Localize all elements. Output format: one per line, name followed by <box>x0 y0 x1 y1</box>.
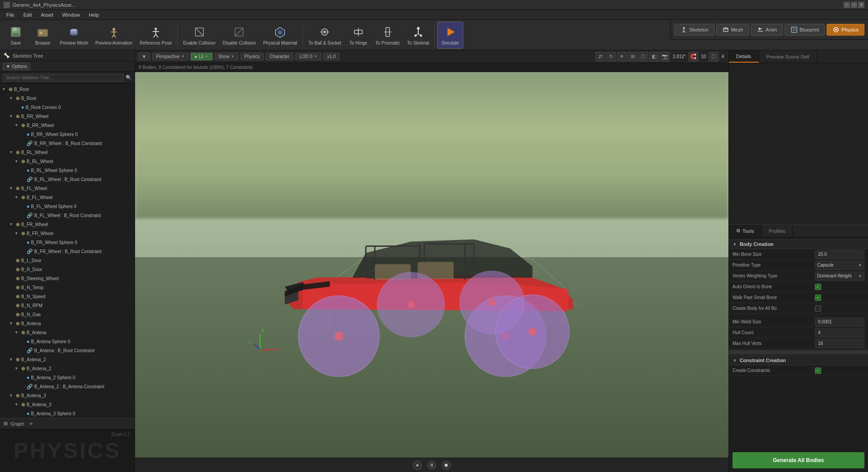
search-input[interactable] <box>3 74 124 82</box>
preview-mesh-button[interactable]: Preview Mesh <box>57 22 91 49</box>
reference-pose-button[interactable]: Reference Pose <box>136 22 175 49</box>
tree-item-b-fl-wheel-child[interactable]: ▼ ⊕ B_FL_Wheel <box>0 193 135 202</box>
tree-item-b-antena-constraint[interactable]: 🔗 B_Antena : B_Root Constraint <box>0 346 135 355</box>
scale-button[interactable]: x1.0 <box>323 53 340 60</box>
tree-item-b-antena-sphere[interactable]: ● B_Antena Sphere 0 <box>0 337 135 346</box>
min-bone-size-input[interactable] <box>815 250 864 259</box>
play-button[interactable]: ● <box>413 461 422 470</box>
to-ball-socket-button[interactable]: To Ball & Socket <box>305 22 344 49</box>
max-hull-verts-input[interactable] <box>815 339 864 348</box>
tree-item-b-antena-3-child[interactable]: ▼ ⊕ B_Antena_3 <box>0 400 135 409</box>
primitive-type-dropdown[interactable]: Capsule ▼ <box>815 261 864 270</box>
details-tab[interactable]: Details <box>729 50 759 63</box>
options-button[interactable]: ▼ Options <box>3 63 30 70</box>
constraint-creation-header[interactable]: ▼ Constraint Creation <box>729 355 868 365</box>
viewport-dropdown-button[interactable]: ▼ <box>138 53 150 60</box>
tree-item-b-fl-wheel[interactable]: ▼ ⊕ B_FL_Wheel <box>0 184 135 193</box>
mesh-tab-button[interactable]: Mesh <box>716 24 749 36</box>
physics-overlay-button[interactable]: Physics <box>240 53 264 60</box>
save-button[interactable]: Save <box>3 22 29 49</box>
tree-item-b-rr-constraint[interactable]: 🔗 B_RR_Wheel : B_Root Constraint <box>0 139 135 148</box>
tree-item-b-n-speed[interactable]: ⊕ B_N_Speed <box>0 292 135 301</box>
stop-button[interactable]: ⏹ <box>442 461 451 470</box>
tree-item-b-root[interactable]: ▼ ⊕ B_Root <box>0 85 135 94</box>
tree-item-b-antena-2-constraint[interactable]: 🔗 B_Antena_2 : B_Antena Constraint <box>0 382 135 391</box>
screenshot-icon-btn[interactable]: ⬡ <box>709 52 719 62</box>
tree-item-b-n-temp[interactable]: ⊕ B_N_Temp <box>0 283 135 292</box>
camera-speed-icon-btn[interactable]: ⇄ <box>595 52 605 62</box>
tree-item-b-n-rpm[interactable]: ⊕ B_N_RPM <box>0 301 135 310</box>
tree-item-b-n-gas[interactable]: ⊕ B_N_Gas <box>0 310 135 319</box>
tree-item-b-fl-sphere[interactable]: ● B_FL_Wheel Sphere 0 <box>0 202 135 211</box>
tree-item-b-rr-wheel[interactable]: ▼ ⊕ B_RR_Wheel <box>0 112 135 121</box>
tree-item-b-rl-wheel[interactable]: ▼ ⊕ B_RL_Wheel <box>0 148 135 157</box>
view-type-icon-btn[interactable]: ◧ <box>649 52 659 62</box>
menu-asset[interactable]: Asset <box>36 11 58 18</box>
anim-tab-button[interactable]: Anim <box>751 24 783 36</box>
tree-item-b-steering[interactable]: ⊕ B_Steering_Wheel <box>0 274 135 283</box>
tree-item-b-antena-3-sphere[interactable]: ● B_Antena_3 Sphere 0 <box>0 409 135 418</box>
character-overlay-button[interactable]: Character <box>266 53 294 60</box>
maximize-button[interactable]: □ <box>851 2 857 8</box>
tree-item-b-antena-child[interactable]: ▼ ⊕ B_Antena <box>0 328 135 337</box>
tree-item-b-antena-3[interactable]: ▼ ⊕ B_Antena_3 <box>0 391 135 400</box>
min-weld-size-input[interactable] <box>815 318 864 327</box>
preview-animation-button[interactable]: Preview Animation <box>92 22 136 49</box>
show-button[interactable]: Show ▼ <box>214 53 239 60</box>
enable-collision-button[interactable]: Enable Collision <box>180 22 219 49</box>
wireframe-icon-btn[interactable]: ⬡ <box>638 52 648 62</box>
auto-orient-checkbox[interactable] <box>815 284 821 290</box>
pause-button[interactable]: ⏸ <box>427 461 436 470</box>
tree-item-b-fr-wheel[interactable]: ▼ ⊕ B_FR_Wheel <box>0 220 135 229</box>
tree-item-b-root-child[interactable]: ▼ ⊕ B_Root <box>0 94 135 103</box>
tools-tab-tools[interactable]: ⚙ Tools <box>729 225 762 237</box>
menu-file[interactable]: File <box>2 11 19 18</box>
hull-count-input[interactable] <box>815 328 864 337</box>
snap-icon-btn[interactable]: 🧲 <box>688 52 698 62</box>
tree-item-b-fr-sphere[interactable]: ● B_FR_Wheel Sphere 0 <box>0 238 135 247</box>
tree-item-b-rl-wheel-child[interactable]: ▼ ⊕ B_RL_Wheel <box>0 157 135 166</box>
menu-edit[interactable]: Edit <box>19 11 36 18</box>
preview-scene-tab[interactable]: Preview Scene Sett <box>759 50 817 63</box>
body-creation-header[interactable]: ▼ Body Creation <box>729 239 868 249</box>
walk-past-checkbox[interactable] <box>815 295 821 301</box>
physics-tab-button[interactable]: Physics <box>827 24 864 36</box>
disable-collision-button[interactable]: Disable Collision <box>220 22 259 49</box>
lod-button[interactable]: LOD 0 ▼ <box>295 53 321 60</box>
blueprint-tab-button[interactable]: Blueprint <box>785 24 825 36</box>
tree-item-b-antena-2-sphere[interactable]: ● B_Antena_2 Sphere 0 <box>0 373 135 382</box>
menu-window[interactable]: Window <box>58 11 84 18</box>
tree-item-b-r-door[interactable]: ⊕ B_R_Door <box>0 265 135 274</box>
create-constraints-checkbox[interactable] <box>815 368 821 374</box>
simulate-button[interactable]: Simulate <box>437 22 463 49</box>
tree-item-b-rl-sphere[interactable]: ● B_RL_Wheel Sphere 0 <box>0 166 135 175</box>
lit-button[interactable]: ● Lit ▼ <box>190 53 212 60</box>
menu-help[interactable]: Help <box>84 11 104 18</box>
to-hinge-button[interactable]: To Hinge <box>345 22 371 49</box>
tree-item-b-root-convex[interactable]: ● B_Root Convex 0 <box>0 103 135 112</box>
to-skeletal-button[interactable]: To Skeletal <box>404 22 432 49</box>
tree-item-b-rr-sphere[interactable]: ● B_RR_Wheel Sphere 0 <box>0 130 135 139</box>
grid-icon-btn[interactable]: ⊞ <box>628 52 637 62</box>
orbit-icon-btn[interactable]: ↻ <box>606 52 616 62</box>
tree-item-b-antena[interactable]: ▼ ⊕ B_Antena <box>0 319 135 328</box>
tree-item-b-fr-constraint[interactable]: 🔗 B_FR_Wheel : B_Root Constraint <box>0 247 135 256</box>
close-button[interactable]: ✕ <box>858 2 864 8</box>
tree-item-b-rl-constraint[interactable]: 🔗 B_RL_Wheel : B_Root Constraint <box>0 175 135 184</box>
viewport-canvas[interactable]: X Y Z <box>135 72 728 458</box>
tools-tab-profiles[interactable]: Profiles <box>762 225 793 237</box>
skeleton-tab-button[interactable]: Skeleton <box>674 24 714 36</box>
tree-item-b-fl-constraint[interactable]: 🔗 B_FL_Wheel : B_Root Constraint <box>0 211 135 220</box>
tree-item-b-antena-2[interactable]: ▼ ⊕ B_Antena_2 <box>0 355 135 364</box>
perspective-button[interactable]: Perspective ▼ <box>152 53 189 60</box>
tree-item-b-rr-wheel-child[interactable]: ▼ ⊕ B_RR_Wheel <box>0 121 135 130</box>
physical-material-button[interactable]: Physical Material <box>260 22 300 49</box>
lighting-icon-btn[interactable]: ☀ <box>617 52 627 62</box>
minimize-button[interactable]: ─ <box>844 2 850 8</box>
create-body-checkbox[interactable] <box>815 305 821 312</box>
tree-item-b-antena-2-child[interactable]: ▼ ⊕ B_Antena_2 <box>0 364 135 373</box>
vertex-weighting-dropdown[interactable]: Dominant Weight ▼ <box>815 272 864 281</box>
generate-all-bodies-button[interactable]: Generate All Bodies <box>732 452 864 468</box>
camera-icon-btn[interactable]: 📷 <box>660 52 670 62</box>
browse-button[interactable]: Browse <box>30 22 56 49</box>
